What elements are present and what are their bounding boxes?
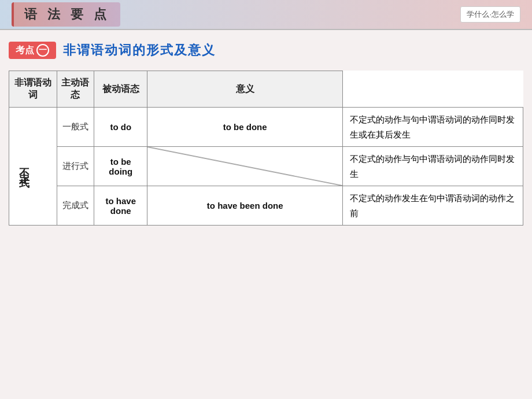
- page: 语 法 要 点 学什么·怎么学 考点 一 非谓语动词的形式及意义 非谓语动词 主…: [0, 0, 532, 399]
- kaodian-badge: 考点 一: [9, 42, 56, 59]
- active-form-2: to be doing: [94, 147, 147, 186]
- active-form-3: to have done: [94, 186, 147, 226]
- svg-line-0: [147, 147, 342, 186]
- section-heading: 非谓语动词的形式及意义: [63, 42, 216, 59]
- header-title: 语 法 要 点: [12, 2, 120, 27]
- col-header-2: 被动语态: [94, 71, 147, 108]
- table-row: 完成式 to have done to have been done 不定式的动…: [9, 186, 523, 226]
- diagonal-line-icon: [147, 147, 342, 186]
- col-header-1: 主动语态: [57, 71, 94, 108]
- passive-form-2: [147, 147, 343, 186]
- header-bar: 语 法 要 点 学什么·怎么学: [0, 0, 532, 30]
- main-type-label: 不定式: [9, 108, 57, 226]
- col-header-3: 意义: [147, 71, 343, 108]
- grammar-table: 非谓语动词 主动语态 被动语态 意义 不定式 一般式 to do to be d…: [9, 71, 523, 226]
- meaning-1: 不定式的动作与句中谓语动词的动作同时发生或在其后发生: [343, 108, 523, 147]
- section-title-bar: 考点 一 非谓语动词的形式及意义: [9, 42, 523, 59]
- active-form-1: to do: [94, 108, 147, 147]
- passive-form-3: to have been done: [147, 186, 343, 226]
- table-row: 不定式 一般式 to do to be done 不定式的动作与句中谓语动词的动…: [9, 108, 523, 147]
- meaning-3: 不定式的动作发生在句中谓语动词的动作之前: [343, 186, 523, 226]
- meaning-2: 不定式的动作与句中谓语动词的动作同时发生: [343, 147, 523, 186]
- col-header-0: 非谓语动词: [9, 71, 57, 108]
- content-area: 考点 一 非谓语动词的形式及意义 非谓语动词 主动语态 被动语态 意义 不定式: [0, 30, 532, 399]
- sub-type-3: 完成式: [57, 186, 94, 226]
- header-right-label: 学什么·怎么学: [460, 6, 520, 23]
- sub-type-2: 进行式: [57, 147, 94, 186]
- passive-form-1: to be done: [147, 108, 343, 147]
- badge-num: 一: [36, 44, 49, 57]
- badge-text: 考点: [16, 45, 34, 57]
- table-row: 进行式 to be doing 不定式的动作与句中谓语动词的动作同时发生: [9, 147, 523, 186]
- sub-type-1: 一般式: [57, 108, 94, 147]
